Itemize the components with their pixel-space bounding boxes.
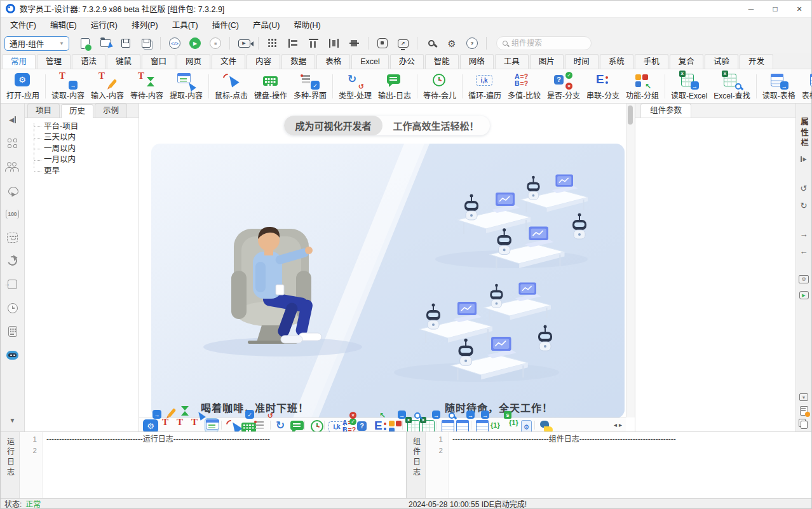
- mini-serial-branch-icon[interactable]: E: [372, 419, 384, 431]
- palette-item-output-log[interactable]: 输出-日志: [375, 71, 414, 101]
- save-button[interactable]: [116, 36, 135, 51]
- mini-open-app-icon[interactable]: ⚙: [142, 419, 154, 431]
- canvas-vertical-scrollbar[interactable]: [626, 104, 635, 418]
- palette-item-if-branch[interactable]: ?✓× 是否-分支: [544, 71, 583, 101]
- mini-keyboard-icon[interactable]: [240, 419, 252, 431]
- palette-item-loop-iterate[interactable]: i,k 循环-遍历: [465, 71, 504, 101]
- category-tab[interactable]: 管理: [37, 54, 71, 69]
- category-tab[interactable]: 办公: [390, 54, 424, 69]
- design-canvas[interactable]: 成为可视化开发者 工作高效生活轻松！: [139, 104, 635, 432]
- category-tab[interactable]: 系统: [600, 54, 633, 69]
- menu-item[interactable]: 工具(T): [165, 18, 205, 34]
- mini-read-datatable-icon[interactable]: →: [475, 419, 487, 431]
- palette-item-multi-compare[interactable]: A=?B=? 多值-比较: [504, 71, 544, 101]
- category-tab[interactable]: 内容: [247, 54, 280, 69]
- palette-item-read-content[interactable]: T→ 读取-内容: [48, 71, 88, 101]
- mini-output-log-icon[interactable]: [288, 419, 301, 431]
- fish-button[interactable]: [6, 183, 19, 198]
- mini-read-table-icon[interactable]: →: [440, 419, 453, 431]
- mini-substitute-icon[interactable]: {1}s: [504, 419, 517, 431]
- mini-mouse-click-icon[interactable]: [225, 419, 238, 431]
- tree-item[interactable]: 平台-项目: [31, 121, 139, 133]
- save-all-button[interactable]: [137, 36, 156, 51]
- mini-next-button[interactable]: ▸: [619, 421, 622, 428]
- mini-function-group-icon[interactable]: ↖: [386, 419, 399, 431]
- tree-item[interactable]: 一月以内: [31, 154, 139, 166]
- mini-excel-find-icon[interactable]: x: [421, 419, 433, 431]
- category-tab[interactable]: 图片: [530, 54, 564, 69]
- grid-layout-button[interactable]: [263, 36, 282, 51]
- category-tab[interactable]: 时间: [565, 54, 599, 69]
- mini-extract-content-icon[interactable]: [205, 419, 218, 431]
- run-preview-button[interactable]: ▶: [799, 291, 809, 299]
- project-panel-tab[interactable]: 历史: [61, 104, 93, 118]
- category-tab[interactable]: 文件: [212, 54, 245, 69]
- category-tab[interactable]: Excel: [351, 54, 389, 69]
- category-tab[interactable]: 手机: [635, 54, 668, 69]
- new-project-button[interactable]: [76, 36, 95, 51]
- help-button[interactable]: ?: [463, 36, 482, 51]
- expand-panel-button[interactable]: ▶: [801, 156, 806, 162]
- palette-item-mouse-click[interactable]: 鼠标-点击: [212, 71, 251, 101]
- category-tab[interactable]: 数据: [281, 54, 315, 69]
- code-view-button[interactable]: </>: [165, 36, 184, 51]
- mini-wait-content-icon[interactable]: T: [191, 419, 203, 431]
- minimize-button[interactable]: ─: [739, 1, 763, 17]
- mini-loop-icon[interactable]: i,k: [328, 419, 341, 431]
- category-tab[interactable]: 网页: [177, 54, 210, 69]
- distribute-vertical-button[interactable]: [344, 36, 363, 51]
- record-button[interactable]: ▶: [234, 36, 254, 51]
- category-tab[interactable]: 试验: [705, 54, 738, 69]
- palette-item-type-process[interactable]: ↻↺ 类型-处理: [335, 71, 375, 101]
- collapse-panel-button[interactable]: ◀: [9, 112, 16, 128]
- tree-item[interactable]: 更早: [31, 166, 139, 177]
- palette-item-wait-content[interactable]: T 等待-内容: [127, 71, 166, 101]
- jump-back-button[interactable]: ←: [800, 247, 808, 256]
- menu-item[interactable]: 排列(P): [125, 18, 165, 34]
- category-tab[interactable]: 工具: [495, 54, 529, 69]
- palette-item-function-group[interactable]: ↖ 功能-分组: [623, 71, 662, 101]
- menu-item[interactable]: 产品(U): [246, 18, 287, 34]
- keypad-button[interactable]: [8, 324, 17, 339]
- category-tab[interactable]: 智能: [425, 54, 459, 69]
- login-button[interactable]: →: [8, 277, 17, 292]
- stop-button[interactable]: ■: [206, 36, 225, 51]
- apps-grid-button[interactable]: [8, 136, 17, 151]
- redo-button[interactable]: ↻: [801, 201, 808, 210]
- palette-item-read-table[interactable]: → 读取-表格: [759, 71, 799, 101]
- settings-button[interactable]: ⚙: [442, 36, 461, 51]
- component-search-input[interactable]: [511, 39, 585, 48]
- menu-item[interactable]: 帮助(H): [287, 18, 327, 34]
- mini-type-process-icon[interactable]: ↻↺: [274, 419, 287, 431]
- palette-item-serial-branch[interactable]: E 串联-分支: [583, 71, 623, 101]
- align-top-button[interactable]: [304, 36, 323, 51]
- jump-forward-button[interactable]: →: [800, 229, 808, 239]
- mini-read-excel-icon[interactable]: x→: [406, 419, 419, 431]
- align-left-button[interactable]: [283, 36, 302, 51]
- robot-assistant-button[interactable]: [6, 348, 18, 363]
- category-tab[interactable]: 复合: [670, 54, 703, 69]
- palette-item-extract-content[interactable]: 提取-内容: [166, 71, 206, 101]
- project-panel-tab[interactable]: 示例: [95, 104, 127, 118]
- project-panel-tab[interactable]: 项目: [27, 104, 60, 118]
- category-tab[interactable]: 网络: [460, 54, 494, 69]
- component-log-body[interactable]: --------------------------------------组件…: [449, 432, 811, 498]
- search-button[interactable]: [422, 36, 441, 51]
- maximize-button[interactable]: □: [763, 1, 787, 17]
- palette-item-multi-ui[interactable]: ✓ 多种-界面: [290, 71, 330, 101]
- palette-item-input-content[interactable]: T 输入-内容: [88, 71, 127, 101]
- menu-item[interactable]: 插件(C): [205, 18, 246, 34]
- component-log-tab[interactable]: 组件日志: [407, 432, 426, 498]
- undo-button[interactable]: ↺: [801, 184, 808, 193]
- tree-item[interactable]: 一周以内: [31, 144, 139, 155]
- close-button[interactable]: ×: [787, 1, 811, 17]
- category-tab[interactable]: 常用: [2, 54, 36, 69]
- mini-multi-ui-icon[interactable]: ✓: [254, 419, 267, 431]
- menu-item[interactable]: 文件(F): [3, 18, 43, 34]
- window-settings-button[interactable]: ⚙: [799, 275, 809, 283]
- palette-item-open-app[interactable]: ⚙ 打开-应用: [3, 71, 43, 101]
- mini-prev-button[interactable]: ◂: [614, 421, 617, 428]
- number-100-button[interactable]: 100: [6, 207, 18, 222]
- run-button[interactable]: ▶: [186, 36, 205, 51]
- users-button[interactable]: [6, 159, 19, 175]
